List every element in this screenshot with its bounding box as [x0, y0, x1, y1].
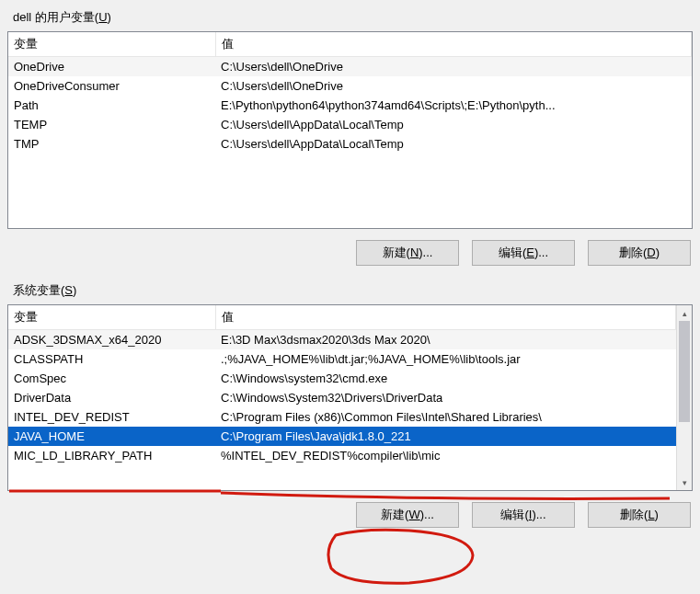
val-cell: .;%JAVA_HOME%\lib\dt.jar;%JAVA_HOME%\lib… [215, 349, 676, 369]
table-row[interactable]: PathE:\Python\python64\python374amd64\Sc… [8, 96, 692, 115]
val-cell: C:\Windows\system32\cmd.exe [215, 369, 676, 388]
var-cell: DriverData [8, 388, 215, 407]
user-vars-listbox[interactable]: 变量 值 OneDriveC:\Users\dell\OneDriveOneDr… [7, 31, 693, 229]
val-cell: C:\Users\dell\OneDrive [215, 57, 692, 77]
val-cell: C:\Program Files (x86)\Common Files\Inte… [215, 407, 676, 427]
system-vars-buttons: 新建(W)... 编辑(I)... 删除(L) [7, 502, 693, 528]
table-row[interactable]: JAVA_HOMEC:\Program Files\Java\jdk1.8.0_… [8, 427, 676, 446]
val-cell: %INTEL_DEV_REDIST%compiler\lib\mic [215, 446, 676, 465]
table-row[interactable]: TMPC:\Users\dell\AppData\Local\Temp [8, 134, 692, 154]
table-row[interactable]: CLASSPATH.;%JAVA_HOME%\lib\dt.jar;%JAVA_… [8, 349, 676, 369]
scroll-down-icon[interactable]: ▾ [677, 474, 692, 490]
user-col-variable[interactable]: 变量 [8, 32, 215, 57]
user-new-button[interactable]: 新建(N)... [356, 240, 459, 266]
table-row[interactable]: INTEL_DEV_REDISTC:\Program Files (x86)\C… [8, 407, 676, 427]
table-row[interactable]: OneDriveC:\Users\dell\OneDrive [8, 57, 692, 77]
var-cell: INTEL_DEV_REDIST [8, 407, 215, 427]
var-cell: JAVA_HOME [8, 427, 215, 446]
system-new-button[interactable]: 新建(W)... [356, 502, 459, 528]
table-row[interactable]: ADSK_3DSMAX_x64_2020E:\3D Max\3dsmax2020… [8, 330, 676, 350]
system-vars-label: 系统变量(S) [13, 282, 693, 299]
var-cell: ComSpec [8, 369, 215, 388]
scrollbar[interactable]: ▴ ▾ [676, 305, 692, 490]
val-cell: E:\3D Max\3dsmax2020\3ds Max 2020\ [215, 330, 676, 350]
table-row[interactable]: OneDriveConsumerC:\Users\dell\OneDrive [8, 76, 692, 96]
var-cell: CLASSPATH [8, 349, 215, 369]
var-cell: ADSK_3DSMAX_x64_2020 [8, 330, 215, 350]
user-vars-label: dell 的用户变量(U) [13, 9, 693, 26]
val-cell: C:\Users\dell\AppData\Local\Temp [215, 115, 692, 134]
user-col-value[interactable]: 值 [215, 32, 692, 57]
table-row[interactable]: TEMPC:\Users\dell\AppData\Local\Temp [8, 115, 692, 134]
scroll-thumb[interactable] [679, 321, 690, 422]
user-vars-buttons: 新建(N)... 编辑(E)... 删除(D) [7, 240, 693, 266]
table-row[interactable]: DriverDataC:\Windows\System32\Drivers\Dr… [8, 388, 676, 407]
table-row[interactable]: MIC_LD_LIBRARY_PATH%INTEL_DEV_REDIST%com… [8, 446, 676, 465]
var-cell: TEMP [8, 115, 215, 134]
var-cell: OneDriveConsumer [8, 76, 215, 96]
val-cell: E:\Python\python64\python374amd64\Script… [215, 96, 692, 115]
val-cell: C:\Windows\System32\Drivers\DriverData [215, 388, 676, 407]
val-cell: C:\Users\dell\OneDrive [215, 76, 692, 96]
table-row[interactable]: ComSpecC:\Windows\system32\cmd.exe [8, 369, 676, 388]
var-cell: TMP [8, 134, 215, 154]
var-cell: Path [8, 96, 215, 115]
system-vars-listbox[interactable]: 变量 值 ADSK_3DSMAX_x64_2020E:\3D Max\3dsma… [7, 304, 693, 491]
system-edit-button[interactable]: 编辑(I)... [472, 502, 575, 528]
user-edit-button[interactable]: 编辑(E)... [472, 240, 575, 266]
sys-col-variable[interactable]: 变量 [8, 305, 215, 330]
val-cell: C:\Program Files\Java\jdk1.8.0_221 [215, 427, 676, 446]
scroll-up-icon[interactable]: ▴ [677, 305, 692, 321]
var-cell: MIC_LD_LIBRARY_PATH [8, 446, 215, 465]
sys-col-value[interactable]: 值 [215, 305, 676, 330]
user-delete-button[interactable]: 删除(D) [588, 240, 691, 266]
system-vars-section: 系统变量(S) 变量 值 ADSK_3DSMAX_x64_2020E:\3D M… [7, 282, 693, 528]
user-vars-section: dell 的用户变量(U) 变量 值 OneDriveC:\Users\dell… [7, 9, 693, 266]
system-delete-button[interactable]: 删除(L) [588, 502, 691, 528]
var-cell: OneDrive [8, 57, 215, 77]
val-cell: C:\Users\dell\AppData\Local\Temp [215, 134, 692, 154]
